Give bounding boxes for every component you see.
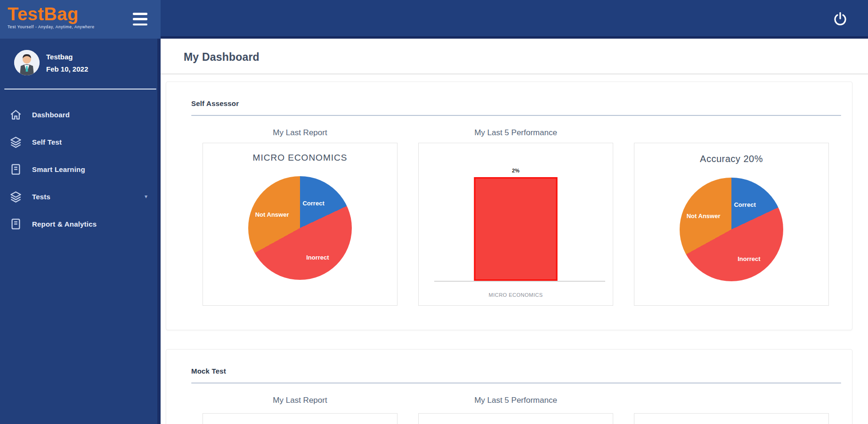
pie-label-correct: Correct bbox=[302, 200, 324, 207]
x-axis-line bbox=[434, 281, 605, 282]
pie-label-incorrect: Inorrect bbox=[738, 255, 760, 262]
bar-value-label: 2% bbox=[512, 168, 519, 173]
bar-track bbox=[474, 177, 558, 281]
pie-label-not-answer: Not Answer bbox=[255, 211, 289, 218]
column-headings-row: My Last Report My Last 5 Performance bbox=[166, 383, 852, 410]
panels-row bbox=[166, 413, 852, 424]
sidebar-item-dashboard[interactable]: Dashboard bbox=[0, 101, 161, 128]
home-icon bbox=[9, 108, 22, 121]
pie-chart: Correct Inorrect Not Answer bbox=[680, 178, 783, 281]
pie-label-incorrect: Inorrect bbox=[306, 253, 329, 261]
sidebar-item-label: Tests bbox=[32, 193, 50, 201]
sidebar: TestBag Test Yourself - Anyday, Anytime,… bbox=[0, 0, 161, 424]
hamburger-menu-icon[interactable] bbox=[133, 13, 147, 25]
page-title: My Dashboard bbox=[184, 51, 260, 64]
mock-accuracy-panel bbox=[634, 413, 829, 424]
profile-name: Testbag bbox=[46, 53, 88, 61]
sidebar-menu: Dashboard Self Test Smart Learning bbox=[0, 90, 161, 237]
bar-chart: 2% MICRO ECONOMICS bbox=[419, 143, 613, 305]
sidebar-item-self-test[interactable]: Self Test bbox=[0, 128, 161, 155]
card-title: Mock Test bbox=[166, 350, 852, 375]
pie-graphic bbox=[248, 176, 352, 280]
column-headings-row: My Last Report My Last 5 Performance bbox=[166, 116, 852, 143]
bar-rect bbox=[474, 177, 558, 281]
pie-chart-title: MICRO ECONOMICS bbox=[253, 153, 348, 163]
book-icon bbox=[9, 218, 22, 230]
mock-last-report-panel bbox=[203, 413, 397, 424]
logo-block: TestBag Test Yourself - Anyday, Anytime,… bbox=[0, 0, 161, 39]
sidebar-item-tests[interactable]: Tests ▾ bbox=[0, 183, 161, 210]
col-heading-last-5-performance: My Last 5 Performance bbox=[418, 116, 613, 143]
last-report-pie-panel: MICRO ECONOMICS Correct Inorrect Not Ans… bbox=[203, 143, 397, 306]
avatar bbox=[14, 50, 40, 75]
sidebar-item-report-analytics[interactable]: Report & Analytics bbox=[0, 210, 161, 237]
col-heading-last-report: My Last Report bbox=[203, 116, 397, 143]
sidebar-item-label: Self Test bbox=[32, 138, 62, 146]
accuracy-title: Accuracy 20% bbox=[700, 154, 763, 164]
accuracy-pie-panel: Accuracy 20% Correct Inorrect Not Answer bbox=[634, 143, 829, 306]
layers-icon bbox=[9, 136, 22, 148]
pie-label-correct: Correct bbox=[734, 201, 755, 208]
page-header: My Dashboard bbox=[161, 41, 868, 74]
last-5-performance-bar-panel: 2% MICRO ECONOMICS bbox=[418, 143, 613, 306]
content-area: Self Assessor My Last Report My Last 5 P… bbox=[161, 74, 868, 424]
mock-last-5-performance-panel bbox=[418, 413, 613, 424]
self-assessor-card: Self Assessor My Last Report My Last 5 P… bbox=[166, 82, 852, 330]
card-title: Self Assessor bbox=[166, 82, 852, 107]
pie-graphic bbox=[680, 178, 783, 281]
book-icon bbox=[9, 163, 22, 176]
bar-category-label: MICRO ECONOMICS bbox=[419, 292, 613, 298]
profile-date: Feb 10, 2022 bbox=[46, 65, 88, 73]
sidebar-item-smart-learning[interactable]: Smart Learning bbox=[0, 155, 161, 183]
user-profile: Testbag Feb 10, 2022 bbox=[0, 39, 161, 85]
sidebar-item-label: Smart Learning bbox=[32, 165, 85, 173]
pie-label-not-answer: Not Answer bbox=[687, 212, 721, 220]
chevron-down-icon: ▾ bbox=[145, 193, 147, 200]
power-icon[interactable] bbox=[833, 11, 848, 26]
topbar bbox=[161, 0, 868, 39]
sidebar-item-label: Dashboard bbox=[32, 111, 70, 119]
app-root: TestBag Test Yourself - Anyday, Anytime,… bbox=[0, 0, 868, 424]
mock-test-card: Mock Test My Last Report My Last 5 Perfo… bbox=[166, 349, 852, 424]
main-content: My Dashboard Self Assessor My Last Repor… bbox=[161, 41, 868, 424]
col-heading-empty bbox=[634, 383, 829, 410]
pie-chart: Correct Inorrect Not Answer bbox=[248, 176, 352, 280]
layers-icon bbox=[9, 190, 22, 203]
sidebar-item-label: Report & Analytics bbox=[32, 220, 97, 228]
col-heading-last-report: My Last Report bbox=[203, 383, 397, 410]
col-heading-empty bbox=[634, 116, 829, 143]
profile-meta: Testbag Feb 10, 2022 bbox=[46, 53, 88, 73]
panels-row: MICRO ECONOMICS Correct Inorrect Not Ans… bbox=[166, 143, 852, 306]
col-heading-last-5-performance: My Last 5 Performance bbox=[418, 383, 613, 410]
